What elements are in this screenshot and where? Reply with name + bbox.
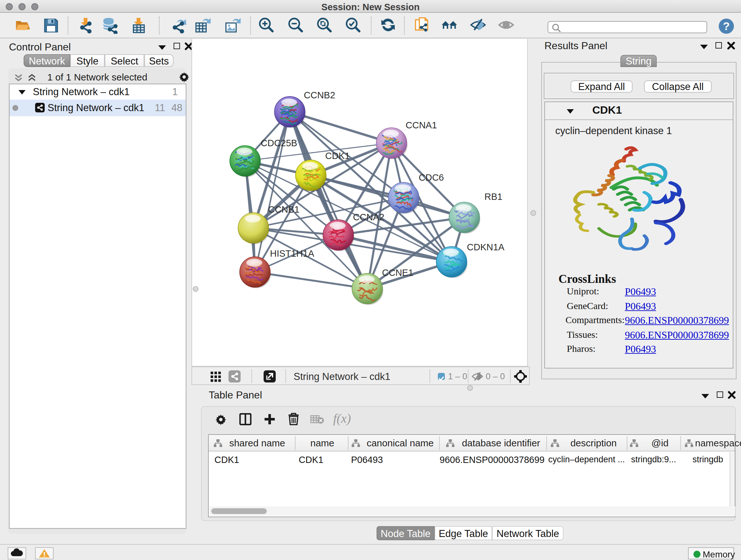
svg-text:CCNB2: CCNB2 xyxy=(304,90,335,100)
svg-text:RB1: RB1 xyxy=(484,192,502,202)
svg-text:CCNA2: CCNA2 xyxy=(353,212,384,222)
svg-text:CDK1: CDK1 xyxy=(325,151,350,161)
svg-text:CCNE1: CCNE1 xyxy=(382,267,413,278)
svg-text:CCNA1: CCNA1 xyxy=(406,120,437,130)
svg-text:CDKN1A: CDKN1A xyxy=(467,242,504,252)
svg-text:CDC6: CDC6 xyxy=(419,172,444,183)
svg-text:CDC25B: CDC25B xyxy=(261,138,297,148)
svg-text:HIST1H1A: HIST1H1A xyxy=(270,248,314,259)
svg-text:CCNB1: CCNB1 xyxy=(268,204,299,214)
svg-text:?: ? xyxy=(723,20,730,32)
